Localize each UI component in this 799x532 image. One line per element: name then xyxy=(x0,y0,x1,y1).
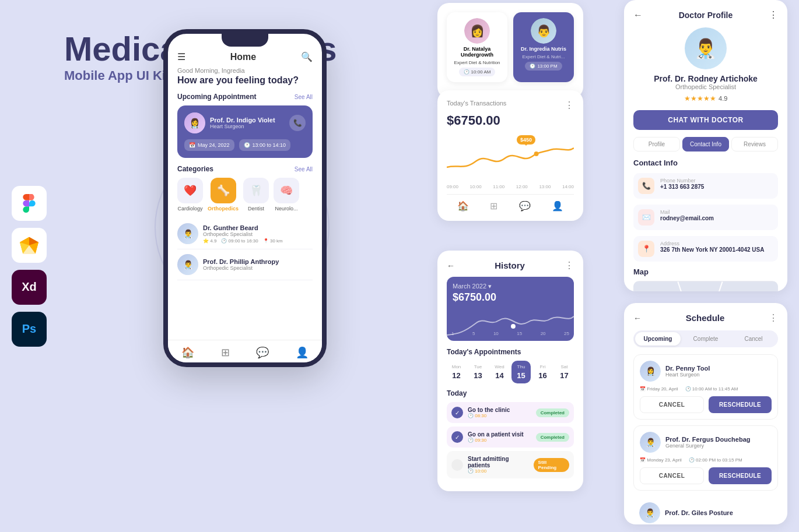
apt-title-3: Start admitting patients xyxy=(468,456,529,468)
trans-nav-home[interactable]: 🏠 xyxy=(457,200,469,212)
schedule-card: ← Schedule ⋮ Upcoming Complete Cancel 👩‍… xyxy=(624,303,787,524)
doctor-list-item[interactable]: 👨‍⚕️ Dr. Gunther Beard Orthopedic Specia… xyxy=(177,219,313,249)
doctor-meta-1: ⭐ 4.9 🕐 09:00 to 16:30 📍 30 km xyxy=(203,238,313,244)
calendar-day-mon[interactable]: Mon 12 xyxy=(447,361,466,383)
calendar-day-sat[interactable]: Sat 17 xyxy=(555,361,574,383)
categories-row: ❤️ Cardiology 🦴 Orthopedics 🦷 Dentist 🧠 … xyxy=(177,178,313,212)
apt-check-2: ✓ xyxy=(451,431,463,443)
nav-home-icon[interactable]: 🏠 xyxy=(181,346,194,359)
tab-profile[interactable]: Profile xyxy=(633,137,680,152)
nav-chat-icon[interactable]: 💬 xyxy=(256,346,269,359)
profile-spec: Orthopedic Specialist xyxy=(675,83,736,90)
address-label: Address xyxy=(660,241,764,246)
phone-notch xyxy=(222,34,268,47)
doc-name-natalya: Dr. Natalya Undergrowth xyxy=(453,46,502,58)
location-icon: 📍 xyxy=(638,241,654,257)
schedule-tabs: Upcoming Complete Cancel xyxy=(633,330,778,347)
schedule-doc-meta-2: 📅 Monday 23, April 🕐 02:00 PM to 03:15 P… xyxy=(640,457,772,463)
ps-icon[interactable]: Ps xyxy=(12,312,47,347)
more-options-icon[interactable]: ⋮ xyxy=(769,9,778,20)
transactions-card: Today's Transactions ⋮ $6750.00 $450 09:… xyxy=(437,90,583,221)
appointment-see-all[interactable]: See All xyxy=(295,94,313,100)
cancel-button-2[interactable]: CANCEL xyxy=(640,467,704,484)
sketch-icon[interactable] xyxy=(12,228,47,263)
calendar-day-fri[interactable]: Fri 16 xyxy=(533,361,552,383)
schedule-tab-upcoming[interactable]: Upcoming xyxy=(635,332,681,346)
category-cardiology[interactable]: ❤️ Cardiology xyxy=(177,178,203,212)
calendar-day-tue[interactable]: Tue 13 xyxy=(468,361,488,383)
history-back-icon[interactable]: ← xyxy=(447,261,455,270)
back-icon[interactable]: ← xyxy=(633,10,643,20)
apt-time-1: 🕐 08:30 xyxy=(468,413,510,418)
transactions-label: Today's Transactions xyxy=(447,100,506,107)
reschedule-button-2[interactable]: RESCHEDULE xyxy=(709,467,772,484)
nav-grid-icon[interactable]: ⊞ xyxy=(221,346,230,359)
nav-profile-icon[interactable]: 👤 xyxy=(296,346,309,359)
search-icon[interactable]: 🔍 xyxy=(301,51,313,62)
chart-tooltip: $450 xyxy=(517,135,535,145)
categories-see-all[interactable]: See All xyxy=(295,166,313,172)
schedule-doc-item-1: 👩‍⚕️ Dr. Penny Tool Heart Surgeon 📅 Frid… xyxy=(633,354,778,420)
appointment-section-title: Upcoming Appointment xyxy=(177,93,257,101)
apt-doctor-name: Prof. Dr. Indigo Violet xyxy=(210,117,275,124)
chart-labels: 09:00 10:00 11:00 12:00 13:00 14:00 xyxy=(447,184,574,189)
cancel-button-1[interactable]: CANCEL xyxy=(640,396,704,413)
apt-list-label: Today xyxy=(447,389,574,397)
xd-icon[interactable]: Xd xyxy=(12,270,47,305)
doctor-card-ingredia[interactable]: 👨 Dr. Ingredia Nutris Expert Diet & Nutr… xyxy=(513,12,574,82)
sidebar: Xd Ps xyxy=(12,186,47,347)
calendar-section: Today's Appointments Mon 12 Tue 13 Wed 1… xyxy=(447,348,574,383)
phone-bottom-nav: 🏠 ⊞ 💬 👤 xyxy=(168,340,322,362)
call-button[interactable]: 📞 xyxy=(289,115,306,131)
chat-with-doctor-button[interactable]: CHAT WITH DOCTOR xyxy=(633,110,778,130)
trans-nav-profile[interactable]: 👤 xyxy=(552,200,563,212)
rating-stars: ★★★★★ xyxy=(684,94,716,103)
apt-date: 📅 May 24, 2022 xyxy=(184,139,234,151)
greeting-main: How are you feeling today? xyxy=(177,75,313,86)
schedule-actions-2: CANCEL RESCHEDULE xyxy=(640,467,772,484)
schedule-doc-spec-2: General Surgery xyxy=(665,443,750,449)
schedule-menu-icon[interactable]: ⋮ xyxy=(769,312,778,323)
contact-section-title: Contact Info xyxy=(633,158,778,167)
apt-status-2: Completed xyxy=(536,433,569,442)
transactions-menu-icon[interactable]: ⋮ xyxy=(565,100,574,111)
apt-check-3 xyxy=(451,459,463,471)
address-value: 326 7th New York NY 20001-4042 USA xyxy=(660,246,764,253)
figma-icon[interactable] xyxy=(12,186,47,221)
apt-doctor-spec: Heart Surgeon xyxy=(210,124,275,129)
contact-phone: 📞 Phone Number +1 313 663 2875 xyxy=(633,173,778,199)
category-orthopedics[interactable]: 🦴 Orthopedics xyxy=(208,178,239,212)
contact-email: ✉️ Mail rodney@email.com xyxy=(633,205,778,230)
menu-icon[interactable]: ☰ xyxy=(177,51,185,62)
apt-time: 🕐 13:00 to 14:10 xyxy=(239,139,291,151)
svg-rect-7 xyxy=(633,281,778,291)
doctor-list-item-2[interactable]: 👨‍⚕️ Prof. Dr. Phillip Anthropy Orthoped… xyxy=(177,249,313,280)
history-menu-icon[interactable]: ⋮ xyxy=(565,260,574,271)
profile-photo: 👨‍⚕️ xyxy=(685,27,727,69)
schedule-doc-item-2: 👨‍⚕️ Prof. Dr. Fergus Douchebag General … xyxy=(633,425,778,491)
trans-nav-chat[interactable]: 💬 xyxy=(519,200,531,212)
doctor-spec-1: Orthopedic Specialist xyxy=(203,231,313,237)
schedule-tab-cancel[interactable]: Cancel xyxy=(731,332,776,346)
apt-status-1: Completed xyxy=(536,408,569,417)
doctor-profile-card: ← Doctor Profile ⋮ 👨‍⚕️ Prof. Dr. Rodney… xyxy=(624,0,787,291)
doctor-card-natalya[interactable]: 👩 Dr. Natalya Undergrowth Expert Diet & … xyxy=(447,12,507,82)
tab-contact-info[interactable]: Contact Info xyxy=(682,137,729,152)
transactions-chart: $450 xyxy=(447,135,574,182)
tab-reviews[interactable]: Reviews xyxy=(731,137,778,152)
trans-nav-grid[interactable]: ⊞ xyxy=(490,200,497,212)
phone-icon: 📞 xyxy=(638,178,654,194)
schedule-doc-name-2: Prof. Dr. Fergus Douchebag xyxy=(665,436,750,443)
calendar-day-thu[interactable]: Thu 15 xyxy=(511,361,531,383)
schedule-tab-complete[interactable]: Complete xyxy=(683,332,728,346)
schedule-back-icon[interactable]: ← xyxy=(633,313,642,323)
category-dentist[interactable]: 🦷 Dentist xyxy=(243,178,269,212)
category-neurology[interactable]: 🧠 Neurolo... xyxy=(274,178,299,212)
doctor-name-1: Dr. Gunther Beard xyxy=(203,224,313,231)
doctor-spec-2: Orthopedic Specialist xyxy=(203,265,313,271)
phone-mockup: ☰ Home 🔍 Good Morning, Ingredia How are … xyxy=(163,29,335,507)
reschedule-button-1[interactable]: RESCHEDULE xyxy=(709,396,772,413)
calendar-day-wed[interactable]: Wed 14 xyxy=(490,361,509,383)
history-chart: March 2022 ▾ $6750.00 1 5 10 15 20 25 xyxy=(447,277,574,341)
mail-icon: ✉️ xyxy=(638,209,654,226)
